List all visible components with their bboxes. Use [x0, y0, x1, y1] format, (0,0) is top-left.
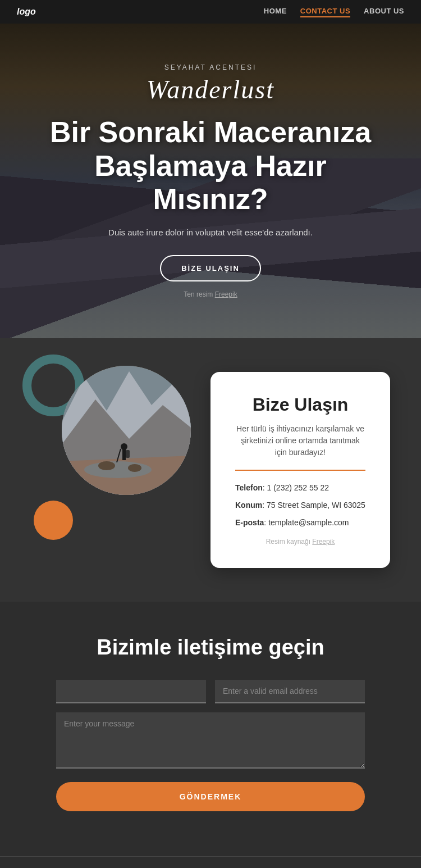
contact-phone-row: Telefon: 1 (232) 252 55 22 — [235, 482, 365, 494]
email-link[interactable]: template@sample.com — [268, 518, 349, 527]
orange-dot-decoration — [34, 501, 73, 540]
phone-label: Telefon — [235, 483, 263, 492]
submit-button[interactable]: GÖNDERMEK — [56, 782, 365, 811]
footer: Sample text. Click to select the text bo… — [0, 856, 421, 868]
svg-point-4 — [84, 461, 152, 478]
landscape-svg — [62, 366, 191, 495]
message-textarea[interactable] — [56, 712, 365, 769]
contact-card: Bize Ulaşın Her türlü iş ihtiyacınızı ka… — [210, 372, 390, 568]
svg-point-6 — [128, 464, 141, 472]
hero-brand: Wanderlust — [34, 75, 387, 104]
contact-divider — [235, 470, 365, 471]
contact-email-row: E-posta: template@sample.com — [235, 517, 365, 529]
nav-home[interactable]: HOME — [264, 7, 287, 17]
contact-section: Bize Ulaşın Her türlü iş ihtiyacınızı ka… — [0, 338, 421, 602]
contact-card-title: Bize Ulaşın — [235, 394, 365, 415]
hero-section: SEYAHAT ACENTESI Wanderlust Bir Sonraki … — [0, 24, 421, 338]
navbar: logo HOME CONTACT US ABOUT US — [0, 0, 421, 24]
nav-contact-us[interactable]: CONTACT US — [300, 7, 350, 17]
phone-link[interactable]: 1 (232) 252 55 22 — [267, 483, 330, 492]
contact-card-description: Her türlü iş ihtiyacınızı karşılamak ve … — [235, 423, 365, 458]
hero-cta-button[interactable]: BİZE ULAŞIN — [160, 255, 261, 281]
nav-links: HOME CONTACT US ABOUT US — [264, 7, 404, 17]
hero-title: Bir Sonraki Maceranıza Başlamaya Hazır M… — [34, 116, 387, 216]
address-value: 75 Street Sample, WI 63025 — [267, 501, 365, 510]
hero-subtitle: SEYAHAT ACENTESI — [34, 63, 387, 71]
hero-content: SEYAHAT ACENTESI Wanderlust Bir Sonraki … — [0, 63, 421, 281]
form-title: Bizimle iletişime geçin — [56, 635, 365, 660]
contact-left-decoration — [17, 349, 185, 551]
email-input[interactable] — [215, 680, 365, 703]
email-label: E-posta — [235, 518, 264, 527]
svg-rect-7 — [122, 449, 126, 460]
svg-point-8 — [121, 443, 127, 450]
nav-about-us[interactable]: ABOUT US — [364, 7, 404, 17]
hero-credit: Ten resim Freepik — [184, 290, 237, 298]
contact-address-row: Konum: 75 Street Sample, WI 63025 — [235, 499, 365, 511]
contact-card-credit: Resim kaynağı Freepik — [235, 538, 365, 546]
form-name-email-row — [56, 680, 365, 703]
address-label: Konum — [235, 501, 262, 510]
form-section: Bizimle iletişime geçin GÖNDERMEK — [0, 602, 421, 856]
logo: logo — [17, 7, 36, 17]
contact-form: GÖNDERMEK — [56, 680, 365, 811]
svg-rect-9 — [126, 450, 130, 458]
contact-photo — [62, 366, 191, 495]
name-input[interactable] — [56, 680, 206, 703]
contact-photo-inner — [62, 366, 191, 495]
svg-point-5 — [98, 461, 115, 470]
hero-description: Duis aute irure dolor in voluptat velit … — [34, 228, 387, 237]
